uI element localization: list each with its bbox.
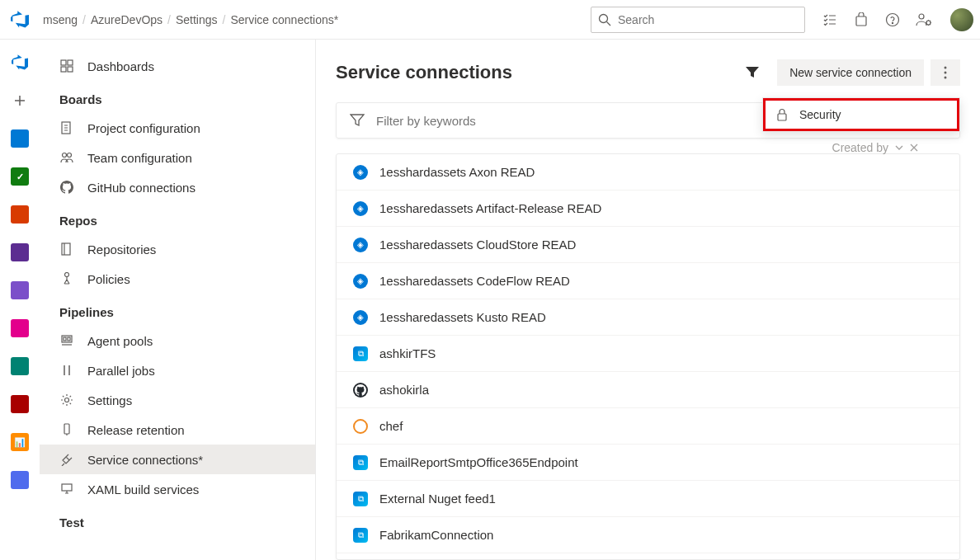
svg-point-0 — [600, 14, 608, 22]
sidebar-item[interactable]: Release retention — [40, 415, 315, 445]
rail-project-8[interactable] — [7, 391, 33, 417]
sidebar-item[interactable]: Service connections* — [40, 445, 315, 474]
sidebar-item[interactable]: Agent pools — [40, 326, 315, 355]
rail-project-5[interactable] — [7, 277, 33, 304]
sidebar-item[interactable]: Dashboards — [40, 51, 315, 81]
connection-name: ashkirTFS — [379, 346, 436, 360]
svg-rect-2 — [856, 16, 866, 26]
breadcrumb-item[interactable]: AzureDevOps — [91, 13, 163, 26]
svg-rect-8 — [68, 60, 73, 65]
connection-row[interactable]: ashokirla — [337, 372, 959, 408]
breadcrumb-item[interactable]: mseng — [43, 13, 78, 26]
sidebar-item[interactable]: Team configuration — [40, 143, 315, 172]
connection-name: EmailReportSmtpOffice365Endpoint — [379, 455, 578, 469]
user-avatar[interactable] — [950, 8, 973, 31]
new-service-connection-button[interactable]: New service connection — [777, 59, 924, 86]
connection-row[interactable]: ⧉FabrikamConnection — [337, 517, 959, 553]
more-actions-button[interactable] — [931, 59, 960, 86]
rail-azure-devops[interactable] — [7, 49, 33, 76]
svg-rect-21 — [62, 484, 72, 491]
filter-funnel-button[interactable] — [737, 59, 767, 86]
svg-point-19 — [65, 398, 69, 402]
connection-name: 1essharedassets Artifact-Release READ — [379, 201, 601, 215]
rail-project-3[interactable] — [7, 201, 33, 228]
sidebar-item[interactable]: Project configuration — [40, 113, 315, 143]
sidebar-item[interactable]: GitHub connections — [40, 172, 315, 202]
azure-devops-logo[interactable] — [7, 7, 33, 33]
connection-row[interactable]: ◈1essharedassets CodeFlow READ — [337, 263, 959, 299]
sidebar-item[interactable]: Policies — [40, 264, 315, 294]
sidebar-heading: Pipelines — [40, 294, 315, 326]
rail-project-10[interactable] — [7, 467, 33, 493]
sidebar-item-label: Release retention — [87, 423, 185, 437]
breadcrumb-item[interactable]: Settings — [176, 13, 218, 26]
help-icon[interactable] — [884, 12, 901, 28]
filter-icon — [350, 114, 365, 127]
svg-rect-25 — [778, 114, 786, 120]
sidebar-item[interactable]: Repositories — [40, 234, 315, 264]
connection-name: 1essharedassets Kusto READ — [379, 310, 546, 324]
task-list-icon[interactable] — [822, 12, 838, 28]
rail-project-7[interactable] — [7, 353, 33, 379]
search-input[interactable] — [618, 13, 798, 26]
connection-name: 1esshardassets Axon READ — [379, 165, 535, 179]
rail-new[interactable] — [7, 87, 33, 114]
gear-doc-icon — [59, 121, 74, 134]
search-box[interactable] — [591, 7, 805, 33]
icon-rail: ✓ 📊 — [0, 40, 40, 560]
agent-icon — [59, 334, 74, 347]
github-icon — [59, 181, 74, 194]
svg-point-22 — [945, 67, 947, 69]
sidebar-heading: Repos — [40, 202, 315, 234]
breadcrumb-item[interactable]: Service connections* — [230, 13, 338, 26]
sidebar-item-label: Service connections* — [87, 453, 203, 467]
sidebar-item[interactable]: Parallel jobs — [40, 355, 315, 385]
repo-icon — [59, 242, 74, 256]
settings-sidebar[interactable]: DashboardsBoardsProject configurationTea… — [40, 40, 316, 560]
menu-item-security[interactable]: Security — [763, 98, 959, 131]
plug-icon — [59, 453, 74, 466]
svg-rect-18 — [68, 337, 70, 341]
sidebar-item-label: XAML build services — [87, 482, 199, 496]
sidebar-item-label: Agent pools — [87, 334, 153, 348]
sidebar-item-label: Repositories — [87, 242, 156, 256]
svg-rect-9 — [61, 67, 66, 72]
lock-icon — [776, 108, 788, 121]
connection-row[interactable]: chef — [337, 408, 959, 445]
rail-project-2[interactable]: ✓ — [7, 163, 33, 190]
svg-rect-17 — [64, 337, 66, 341]
svg-point-5 — [919, 14, 924, 19]
rail-project-9[interactable]: 📊 — [7, 429, 33, 455]
connection-name: 1essharedassets CodeFlow READ — [379, 274, 570, 288]
user-settings-icon[interactable] — [916, 12, 932, 28]
rail-project-1[interactable] — [7, 125, 33, 152]
connection-row[interactable]: ⧉EmailReportSmtpOffice365Endpoint — [337, 445, 959, 481]
connection-type-icon — [353, 419, 368, 434]
connection-name: ashokirla — [379, 383, 429, 397]
rail-project-6[interactable] — [7, 315, 33, 341]
main: ✓ 📊 DashboardsBoardsProject configuratio… — [0, 40, 980, 560]
svg-point-3 — [887, 13, 899, 26]
svg-point-24 — [945, 77, 947, 79]
created-by-label: Created by — [832, 141, 918, 154]
connection-row[interactable]: ◈1essharedassets Artifact-Release READ — [337, 191, 959, 227]
svg-rect-10 — [68, 67, 73, 72]
connection-type-icon: ⧉ — [353, 528, 368, 543]
connection-type-icon: ◈ — [353, 165, 368, 180]
parallel-icon — [59, 364, 74, 377]
connection-row[interactable]: ⧉External Nuget feed1 — [337, 481, 959, 517]
connection-row[interactable]: ◈1essharedassets Kusto READ — [337, 299, 959, 336]
content: Service connections New service connecti… — [316, 40, 980, 560]
sidebar-heading: Test — [40, 504, 315, 536]
connection-row[interactable]: ⧉ashkirTFS — [337, 336, 959, 372]
connection-list[interactable]: ◈1esshardassets Axon READ◈1essharedasset… — [336, 153, 960, 560]
sidebar-item[interactable]: XAML build services — [40, 474, 315, 504]
search-icon — [598, 13, 611, 26]
connection-row[interactable]: ◈1essharedassets CloudStore READ — [337, 227, 959, 263]
marketplace-icon[interactable] — [853, 12, 869, 28]
rail-project-4[interactable] — [7, 239, 33, 266]
connection-row[interactable]: ◈1esshardassets Axon READ — [337, 154, 959, 191]
sidebar-item[interactable]: Settings — [40, 385, 315, 415]
policy-icon — [59, 272, 74, 285]
more-actions-menu: Security Created by — [762, 97, 960, 132]
